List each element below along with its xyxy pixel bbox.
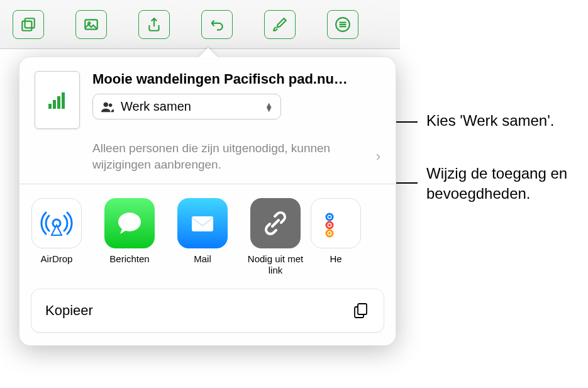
undo-button[interactable] [201,10,233,39]
app-invite-link[interactable]: Nodig uit met link [247,198,304,276]
mail-icon [177,198,228,248]
airdrop-icon [31,198,82,248]
copy-action[interactable]: Kopieer [31,289,384,333]
app-label: Berichten [109,253,149,265]
app-label: Nodig uit met link [247,253,304,276]
copy-label: Kopieer [45,302,93,319]
share-icon [146,16,162,33]
document-thumbnail [35,71,80,129]
svg-rect-11 [62,92,65,109]
media-button[interactable] [75,10,107,39]
svg-point-20 [328,224,331,226]
app-mail[interactable]: Mail [174,198,231,276]
svg-point-12 [104,102,108,106]
link-icon [250,198,301,248]
sheet-header: Mooie wandelingen Pacifisch pad.nu… Werk… [19,57,396,140]
image-icon [83,16,99,33]
top-toolbar [0,0,400,49]
insert-icon [20,16,36,33]
app-reminders[interactable]: He [320,198,352,276]
updown-icon: ▲▼ [265,103,273,111]
copy-icon [352,302,370,319]
app-messages[interactable]: Berichten [101,198,158,276]
collaborate-select[interactable]: Werk samen ▲▼ [92,94,281,119]
more-button[interactable] [327,10,358,39]
svg-rect-0 [22,21,31,30]
access-text: Alleen personen die zijn uitgenodigd, ku… [92,140,371,172]
undo-icon [209,16,225,33]
share-apps-row[interactable]: AirDrop Berichten Mail Nodig uit met lin… [19,184,396,289]
svg-rect-16 [192,216,213,231]
insert-button[interactable] [13,10,44,39]
callout-1: Kies 'Werk samen'. [426,111,554,131]
svg-rect-10 [57,96,60,109]
brush-icon [272,16,288,33]
svg-point-22 [328,232,331,235]
messages-icon [104,198,155,248]
popup-arrow [198,48,218,58]
app-label: AirDrop [41,253,73,265]
app-airdrop[interactable]: AirDrop [28,198,85,276]
app-label: He [330,253,341,265]
svg-rect-8 [48,104,52,109]
share-sheet: Mooie wandelingen Pacifisch pad.nu… Werk… [19,57,396,346]
share-button[interactable] [138,10,170,39]
svg-rect-1 [25,18,35,28]
callout-2: Wijzig de toegang en bevoegdheden. [426,164,577,204]
collaborate-label: Werk samen [121,99,258,114]
more-icon [335,16,351,33]
svg-point-18 [328,216,331,218]
people-icon [101,101,114,113]
svg-point-15 [118,213,141,231]
chart-icon [45,87,70,113]
svg-rect-24 [358,304,367,314]
chevron-right-icon: › [376,148,380,165]
app-label: Mail [194,253,211,265]
svg-point-13 [109,103,113,107]
reminders-icon [311,198,361,248]
svg-rect-9 [53,100,56,109]
format-button[interactable] [264,10,296,39]
access-permissions-row[interactable]: Alleen personen die zijn uitgenodigd, ku… [19,140,396,184]
document-title: Mooie wandelingen Pacifisch pad.nu… [92,71,380,87]
